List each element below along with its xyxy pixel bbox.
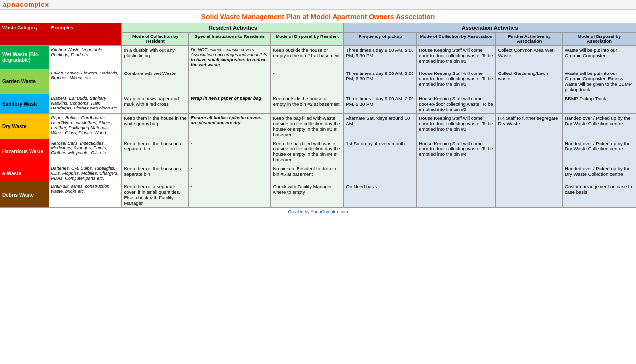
mode-collection-resident-cell: Keep them in the house in a separate bin xyxy=(122,164,189,182)
mode-collection-resident-cell: Keep them in the house in the white gunn… xyxy=(122,114,189,139)
header-examples: Examples xyxy=(49,23,122,46)
further-activities-cell: - xyxy=(496,164,563,182)
special-instructions-cell: - xyxy=(189,182,271,208)
subheader-mode-collection-assoc: Mode of Collection by Association xyxy=(417,33,496,46)
examples-cell: Paper, Bottles, Cardboards, Used/Worn ou… xyxy=(49,114,122,139)
logo: apnacomplex xyxy=(3,1,49,8)
header-association-activities: Association Activities xyxy=(344,23,636,33)
table-row: Hazardous WasteAerosel Cans, Insecticide… xyxy=(0,139,636,164)
table-row: e-WasteBatteries, CFL Bulbs, Tubelights,… xyxy=(0,164,636,182)
table-row: Wet Waste (Bio-degradable)Kitchen Waste,… xyxy=(0,46,636,69)
further-activities-cell: HK Staff to further segregate Dry Waste xyxy=(496,114,563,139)
footer: Created by ApnaComplex.com xyxy=(0,208,636,216)
mode-disposal-assoc-cell: Handed over / Picked up by the Dry Waste… xyxy=(563,164,636,182)
category-cell: e-Waste xyxy=(0,164,49,182)
subheader-further-activities-assoc: Further Activities by Association xyxy=(496,33,563,46)
special-instructions-cell: - xyxy=(189,139,271,164)
mode-disposal-resident-cell: Keep outside the house or empty in the b… xyxy=(271,46,344,69)
examples-cell: Batteries, CFL Bulbs, Tubelights, CDs, F… xyxy=(49,164,122,182)
subheader-mode-disposal-resident: Mode of Disposal by Resident xyxy=(271,33,344,46)
mode-disposal-assoc-cell: Waste will be put into our Organic Compo… xyxy=(563,69,636,94)
mode-collection-resident-cell: Combine with wet Waste xyxy=(122,69,189,94)
examples-cell: Fallen Leaves, Flowers, Garlands, Brache… xyxy=(49,69,122,94)
mode-collection-resident-cell: Wrap in a news paper and mark with a red… xyxy=(122,94,189,114)
frequency-cell: Three times a day 9:00 AM, 2:00 PM, 6:30… xyxy=(344,94,417,114)
mode-collection-assoc-cell: House Keeping Staff will come door-to-do… xyxy=(417,94,496,114)
mode-disposal-resident-cell: Keep the bag filled with waste outside o… xyxy=(271,114,344,139)
page-title: Solid Waste Management Plan at Model Apa… xyxy=(0,10,636,23)
mode-collection-resident-cell: Keep them in a separate cover, if in sma… xyxy=(122,182,189,208)
special-instructions-cell: Ensure all bottles / plastic covers are … xyxy=(189,114,271,139)
main-table: Waste Category Examples Resident Activit… xyxy=(0,23,636,208)
mode-disposal-assoc-cell: Custom arrangement on case to case basis xyxy=(563,182,636,208)
header-resident-activities: Resident Activities xyxy=(122,23,344,33)
table-row: Garden WasteFallen Leaves, Flowers, Garl… xyxy=(0,69,636,94)
category-cell: Hazardous Waste xyxy=(0,139,49,164)
mode-collection-assoc-cell: House Keeping Staff will come door-to-do… xyxy=(417,114,496,139)
examples-cell: Kitchen Waste, Vegetable Peelings, Food … xyxy=(49,46,122,69)
category-cell: Dry Waste xyxy=(0,114,49,139)
frequency-cell: On Need basis xyxy=(344,182,417,208)
category-cell: Wet Waste (Bio-degradable) xyxy=(0,46,49,69)
subheader-special-instructions: Special Instructions to Residents xyxy=(189,33,271,46)
header-waste-category: Waste Category xyxy=(0,23,49,46)
frequency-cell: Three times a day 9:00 AM, 2:00 PM, 6:30… xyxy=(344,46,417,69)
further-activities-cell xyxy=(496,94,563,114)
frequency-cell: Three times a day 9:00 AM, 2:00 PM, 6:30… xyxy=(344,69,417,94)
special-instructions-cell: Wrap in news paper or paper bag xyxy=(189,94,271,114)
mode-collection-assoc-cell: - xyxy=(417,182,496,208)
mode-disposal-resident-cell: No pickup. Resident to drop in bin #5 at… xyxy=(271,164,344,182)
further-activities-cell: Collect Common Area Wet Waste xyxy=(496,46,563,69)
frequency-cell: Alternate Saturdays around 10 AM xyxy=(344,114,417,139)
mode-collection-assoc-cell: House Keeping Staff will come door-to-do… xyxy=(417,46,496,69)
frequency-cell: 1st Saturday of every month xyxy=(344,139,417,164)
examples-cell: Aerosel Cans, Insecticides, Medicines, S… xyxy=(49,139,122,164)
mode-disposal-resident-cell: Keep the bag filled with waste outside o… xyxy=(271,139,344,164)
special-instructions-cell: - xyxy=(189,69,271,94)
category-cell: Garden Waste xyxy=(0,69,49,94)
table-row: Debris WasteDrain silt, ashes, construct… xyxy=(0,182,636,208)
mode-disposal-assoc-cell: Handed over / Picked up by the Dry Waste… xyxy=(563,114,636,139)
mode-disposal-assoc-cell: Handed over / Picked up by the Dry Waste… xyxy=(563,139,636,164)
mode-disposal-resident-cell: Keep outside the house or empty in the b… xyxy=(271,94,344,114)
header-bar: apnacomplex xyxy=(0,0,636,10)
further-activities-cell: - xyxy=(496,182,563,208)
subheader-frequency-pickup: Frequency of pickup xyxy=(344,33,417,46)
page: apnacomplex Solid Waste Management Plan … xyxy=(0,0,636,216)
special-instructions-cell: - xyxy=(189,164,271,182)
subheader-mode-disposal-assoc: Mode of Disposal by Association xyxy=(563,33,636,46)
subheader-mode-collection-resident: Mode of Collection by Resident xyxy=(122,33,189,46)
table-row: Dry WastePaper, Bottles, Cardboards, Use… xyxy=(0,114,636,139)
further-activities-cell: - xyxy=(496,139,563,164)
special-instructions-cell: Do NOT collect in plastic covers. Associ… xyxy=(189,46,271,69)
category-cell: Sanitory Waste xyxy=(0,94,49,114)
mode-collection-assoc-cell: House Keeping Staff will come door-to-do… xyxy=(417,139,496,164)
frequency-cell: - xyxy=(344,164,417,182)
mode-collection-resident-cell: Keep them in the house in a separate bin xyxy=(122,139,189,164)
mode-collection-assoc-cell: House Keeping Staff will come door-to-do… xyxy=(417,69,496,94)
examples-cell: Drain silt, ashes, construction waste, b… xyxy=(49,182,122,208)
mode-disposal-resident-cell: Check with Facility Manager where to emp… xyxy=(271,182,344,208)
mode-disposal-resident-cell: - xyxy=(271,69,344,94)
mode-disposal-assoc-cell: BBMP Pickup Truck xyxy=(563,94,636,114)
examples-cell: Diapers, Ear Buds, Sanitary Napkins, Con… xyxy=(49,94,122,114)
table-row: Sanitory WasteDiapers, Ear Buds, Sanitar… xyxy=(0,94,636,114)
mode-disposal-assoc-cell: Waste will be put into our Organic Compo… xyxy=(563,46,636,69)
category-cell: Debris Waste xyxy=(0,182,49,208)
mode-collection-assoc-cell: - xyxy=(417,164,496,182)
further-activities-cell: Collect Gardening/Lawn waste xyxy=(496,69,563,94)
mode-collection-resident-cell: In a dustbin with out any plastic lining xyxy=(122,46,189,69)
